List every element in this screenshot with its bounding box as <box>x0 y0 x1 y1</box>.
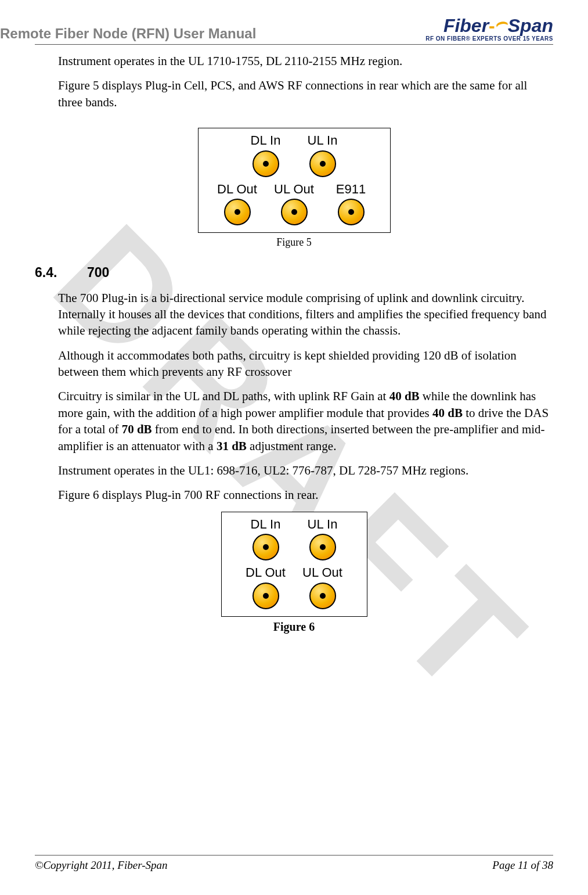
page-title: Remote Fiber Node (RFN) User Manual <box>0 26 256 42</box>
connector-label: DL Out <box>246 564 286 581</box>
brand-logo: Fiber-⌢Span RF ON FIBER® EXPERTS OVER 15… <box>425 15 553 42</box>
section-number: 6.4. <box>35 264 87 282</box>
document-content: Instrument operates in the UL 1710-1755,… <box>35 53 553 635</box>
bold-value: 40 dB <box>432 406 463 420</box>
section-title: 700 <box>87 265 109 280</box>
connector-label: DL In <box>251 132 281 149</box>
connector-label: UL Out <box>274 181 314 198</box>
paragraph: Circuitry is similar in the UL and DL pa… <box>58 388 553 454</box>
connector-label: UL In <box>308 516 338 533</box>
section-heading: 6.4.700 <box>35 264 553 282</box>
connector-icon <box>224 199 251 225</box>
connector-label: DL Out <box>217 181 257 198</box>
connector-label: E911 <box>336 181 366 198</box>
paragraph: Although it accommodates both paths, cir… <box>58 347 553 380</box>
text-run: adjustment range. <box>247 439 337 453</box>
connector-icon <box>252 534 279 560</box>
connector-label: DL In <box>251 516 281 533</box>
bold-value: 70 dB <box>122 422 152 436</box>
connector-label: UL Out <box>302 564 342 581</box>
figure-6-caption: Figure 6 <box>35 619 553 635</box>
footer-divider <box>35 855 553 856</box>
figure-5-caption: Figure 5 <box>35 235 553 249</box>
connector-icon <box>309 534 336 560</box>
page-number: Page 11 of 38 <box>492 859 553 872</box>
paragraph: Figure 5 displays Plug-in Cell, PCS, and… <box>58 77 553 110</box>
connector-icon <box>252 583 279 609</box>
arc-icon: ⌢ <box>493 10 510 32</box>
bold-value: 31 dB <box>217 439 247 453</box>
connector-icon <box>338 199 365 225</box>
logo-fiber-text: Fiber <box>443 15 489 36</box>
logo-span-text: Span <box>508 15 553 36</box>
paragraph: Figure 6 displays Plug-in 700 RF connect… <box>58 487 553 503</box>
figure-5: DL In UL In DL Out UL Out <box>198 128 391 233</box>
connector-icon <box>309 583 336 609</box>
text-run: Circuitry is similar in the UL and DL pa… <box>58 389 389 403</box>
bold-value: 40 dB <box>389 389 420 403</box>
paragraph: The 700 Plug-in is a bi-directional serv… <box>58 290 553 339</box>
page-footer: ©Copyright 2011, Fiber-Span Page 11 of 3… <box>35 855 553 872</box>
connector-icon <box>309 150 336 177</box>
page-header: Remote Fiber Node (RFN) User Manual Fibe… <box>0 0 588 42</box>
connector-icon <box>281 199 308 225</box>
figure-6: DL In UL In DL Out UL Out <box>221 512 367 617</box>
connector-label: UL In <box>308 132 338 149</box>
connector-icon <box>252 150 279 177</box>
header-divider <box>35 44 553 45</box>
copyright-text: ©Copyright 2011, Fiber-Span <box>35 859 168 872</box>
logo-tagline: RF ON FIBER® EXPERTS OVER 15 YEARS <box>425 36 553 42</box>
paragraph: Instrument operates in the UL1: 698-716,… <box>58 462 553 479</box>
paragraph: Instrument operates in the UL 1710-1755,… <box>58 53 553 69</box>
